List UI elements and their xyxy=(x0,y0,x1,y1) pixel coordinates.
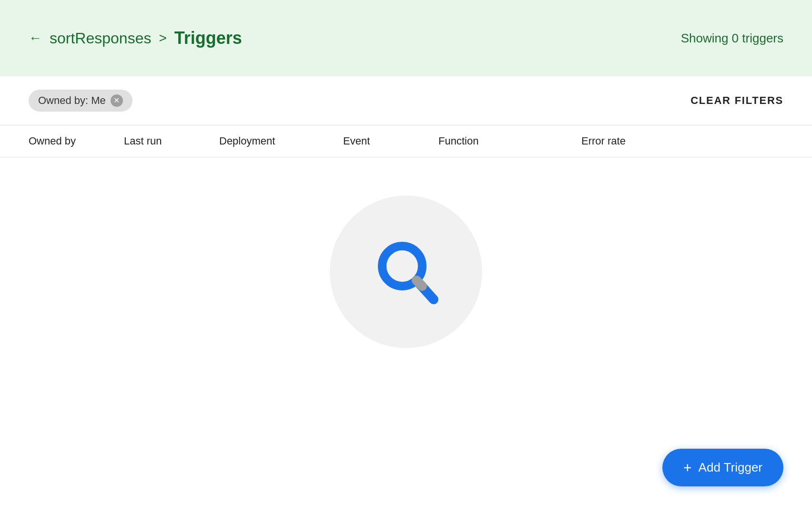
empty-state-circle xyxy=(330,196,482,348)
function-name: sortResponses xyxy=(50,30,151,47)
breadcrumb: ← sortResponses > Triggers xyxy=(29,28,242,48)
col-header-deployment: Deployment xyxy=(219,135,343,147)
close-icon: ✕ xyxy=(113,97,120,104)
col-header-event: Event xyxy=(343,135,438,147)
table-header: Owned by Last run Deployment Event Funct… xyxy=(0,125,812,157)
empty-state xyxy=(0,157,812,405)
search-icon xyxy=(368,234,444,310)
clear-filters-button[interactable]: CLEAR FILTERS xyxy=(690,94,783,107)
plus-icon: + xyxy=(683,461,692,475)
page-header: ← sortResponses > Triggers Showing 0 tri… xyxy=(0,0,812,76)
col-header-owned-by: Owned by xyxy=(29,135,124,147)
chip-label: Owned by: Me xyxy=(38,94,106,107)
col-header-error-rate: Error rate xyxy=(581,135,724,147)
add-trigger-label: Add Trigger xyxy=(699,460,762,475)
page-title: Triggers xyxy=(174,28,242,48)
back-button[interactable]: ← xyxy=(29,31,42,46)
col-header-function: Function xyxy=(438,135,581,147)
owned-by-filter-chip[interactable]: Owned by: Me ✕ xyxy=(29,90,132,112)
showing-count: Showing 0 triggers xyxy=(681,31,783,46)
chip-close-button[interactable]: ✕ xyxy=(111,94,123,107)
col-header-last-run: Last run xyxy=(124,135,219,147)
filter-bar: Owned by: Me ✕ CLEAR FILTERS xyxy=(0,76,812,125)
add-trigger-button[interactable]: + Add Trigger xyxy=(662,449,783,486)
breadcrumb-separator: > xyxy=(159,31,166,46)
svg-line-2 xyxy=(416,280,422,286)
